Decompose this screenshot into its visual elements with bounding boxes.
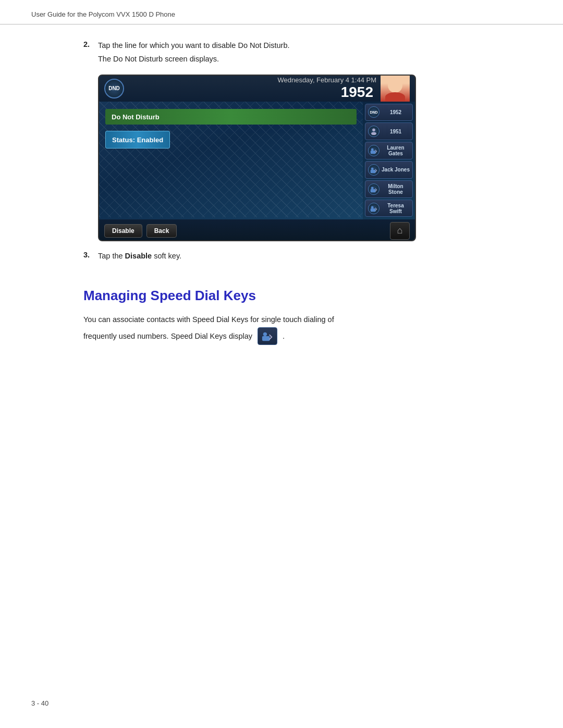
side-button-jack-jones[interactable]: Jack Jones [365,161,413,179]
side-button-teresa-swift[interactable]: Teresa Swift [365,200,413,217]
header-title: User Guide for the Polycom VVX 1500 D Ph… [31,10,175,18]
svg-rect-6 [371,189,376,192]
disable-soft-key[interactable]: Disable [104,224,142,238]
speed-dial-icon-lauren [368,145,380,156]
home-button[interactable]: ⌂ [390,222,410,240]
phone-extension: 1952 [341,84,376,101]
side-button-1951[interactable]: 1951 [365,122,413,140]
svg-point-1 [371,132,376,135]
page-header: User Guide for the Polycom VVX 1500 D Ph… [0,0,563,24]
dnd-icon-top: DND [104,79,124,98]
step-3-text: Tap the Disable soft key. [98,251,181,262]
step-2-text: Tap the line for which you want to disab… [98,40,290,65]
svg-point-3 [371,149,374,151]
page-number: 3 - 40 [31,699,48,707]
side-button-1952[interactable]: DND 1952 [365,104,413,121]
side-button-lauren-gates[interactable]: Lauren Gates [365,142,413,159]
svg-rect-10 [262,336,270,341]
home-icon: ⌂ [397,225,403,236]
side-btn-label-milton-stone: Milton Stone [382,183,410,195]
step-3-number: 3. [83,251,98,259]
side-btn-label-teresa-swift: Teresa Swift [382,203,410,214]
svg-rect-4 [371,170,376,173]
side-btn-label-1951: 1951 [382,129,410,134]
person-icon-1951 [368,126,380,137]
side-btn-label-1952: 1952 [382,109,410,115]
body-text-2: frequently used numbers. Speed Dial Keys… [83,327,532,345]
section-heading: Managing Speed Dial Keys [83,288,532,304]
side-btn-label-lauren-gates: Lauren Gates [382,145,410,156]
svg-point-9 [371,206,374,208]
status-bar: Status: Enabled [105,131,170,149]
status-label: Status: Enabled [112,136,163,144]
side-button-milton-stone[interactable]: Milton Stone [365,180,413,198]
dnd-screen-title: Do Not Disturb [112,113,160,121]
main-content: 2. Tap the line for which you want to di… [0,24,563,345]
phone-main: Do Not Disturb Status: Enabled DND 1952 [99,102,415,219]
back-soft-key[interactable]: Back [146,224,177,238]
phone-avatar [381,76,410,102]
speed-dial-icon-teresa [368,203,380,214]
body-text-1: You can associate contacts with Speed Di… [83,313,532,326]
speed-dial-inline-icon [258,327,277,345]
avatar-face [381,76,410,102]
step-2-number: 2. [83,40,98,48]
speed-dial-icon-milton [368,183,380,195]
phone-right-panel: DND 1952 1951 [363,102,415,219]
step-3-block: 3. Tap the Disable soft key. [83,251,532,262]
svg-point-11 [263,332,267,336]
svg-point-5 [371,167,374,170]
svg-rect-2 [371,151,376,154]
dnd-icon-btn: DND [368,106,380,118]
step-2-block: 2. Tap the line for which you want to di… [83,40,532,65]
page-footer: 3 - 40 [31,699,48,707]
svg-point-0 [372,129,375,132]
phone-datetime: Wednesday, February 4 1:44 PM [272,76,376,84]
phone-screenshot: DND Wednesday, February 4 1:44 PM 1952 D… [98,75,416,241]
phone-left-panel: Do Not Disturb Status: Enabled [99,102,363,219]
svg-rect-8 [371,208,376,212]
svg-point-7 [371,187,374,189]
phone-topbar: DND Wednesday, February 4 1:44 PM 1952 [99,76,415,102]
speed-dial-icon-jack [368,164,380,176]
dnd-title-bar: Do Not Disturb [105,109,357,125]
disable-bold: Disable [125,252,152,260]
side-btn-label-jack-jones: Jack Jones [382,167,410,172]
phone-bottom-bar: Disable Back ⌂ [99,219,415,241]
